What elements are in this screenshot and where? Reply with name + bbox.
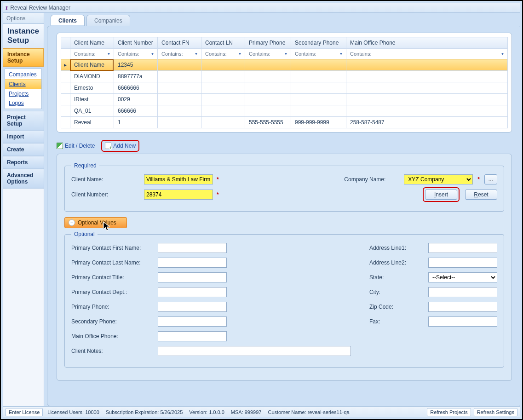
client-number-input[interactable] [144, 190, 213, 200]
required-legend: Required [71, 162, 99, 169]
company-name-label: Company Name: [344, 176, 399, 183]
company-name-select[interactable]: XYZ Company [404, 174, 473, 184]
filter-icon[interactable]: ▾ [108, 51, 110, 56]
a1-input[interactable] [428, 243, 497, 253]
a2-input[interactable] [428, 258, 497, 268]
filter-icon[interactable]: ▾ [151, 51, 154, 56]
sidebar-section-import[interactable]: Import [3, 130, 44, 143]
sidebar-section-instance-setup[interactable]: Instance Setup [3, 48, 44, 67]
table-row[interactable]: Ernesto6666666 [61, 82, 507, 94]
col-contact-fn[interactable]: Contact FN [157, 37, 201, 49]
window-title: Reveal Review Manager [10, 5, 70, 11]
col-contact-ln[interactable]: Contact LN [201, 37, 245, 49]
table-row[interactable]: IRtest0029 [61, 94, 507, 105]
pcd-input[interactable] [158, 287, 227, 297]
mop-input[interactable] [158, 331, 227, 341]
add-new-label: Add New [113, 143, 136, 149]
grid-filter-row[interactable]: Contains:▾ Contains:▾ Contains:▾ Contain… [61, 49, 507, 59]
pcd-label: Primary Contact Dept.: [71, 289, 154, 295]
collapse-icon: − [69, 219, 75, 226]
sidebar-item-clients[interactable]: Clients [5, 79, 41, 89]
table-row[interactable]: DIAMOND8897777a [61, 71, 507, 82]
tab-companies[interactable]: Companies [86, 15, 130, 26]
table-row[interactable]: Reveal1555-555-5555999-999-9999258-587-5… [61, 117, 507, 128]
pct-label: Primary Contact Title: [71, 274, 154, 281]
version-label: Version: 1.0.0.0 [187, 409, 226, 415]
client-name-input[interactable] [144, 174, 213, 184]
company-lookup-button[interactable]: ... [484, 174, 497, 184]
notes-input[interactable] [158, 346, 351, 356]
options-menu[interactable]: Options [3, 13, 44, 24]
title-bar: r Reveal Review Manager [3, 3, 520, 13]
enter-license-button[interactable]: Enter License [6, 408, 43, 416]
status-bar: Enter License Licensed Users: 10000 Subs… [3, 406, 520, 417]
sidebar-item-logos[interactable]: Logos [5, 98, 41, 108]
sidebar-section-advanced-options[interactable]: Advanced Options [3, 169, 44, 188]
insert-button[interactable]: Insert [425, 190, 457, 200]
a1-label: Address Line1: [369, 245, 425, 251]
grid-header-row: Client Name Client Number Contact FN Con… [61, 37, 507, 49]
refresh-settings-button[interactable]: Refresh Settings [474, 408, 517, 416]
client-name-label: Client Name: [71, 176, 140, 183]
refresh-projects-button[interactable]: Refresh Projects [427, 408, 471, 416]
filter-icon[interactable]: ▾ [239, 51, 241, 56]
optional-values-label: Optional Values [78, 219, 116, 226]
tab-pane-clients: Client Name Client Number Contact FN Con… [47, 26, 520, 406]
sidebar-nav-list: Companies Clients Projects Logos [5, 69, 42, 109]
add-client-form: Required Client Name: * Company Name: XY… [57, 154, 512, 381]
filter-icon[interactable]: ▾ [285, 51, 287, 56]
zip-label: Zip Code: [369, 304, 425, 310]
client-number-label: Client Number: [71, 191, 140, 198]
pcfn-input[interactable] [158, 243, 227, 253]
clients-grid-panel: Client Name Client Number Contact FN Con… [57, 33, 512, 132]
pcln-input[interactable] [158, 258, 227, 268]
col-secondary-phone[interactable]: Secondary Phone [291, 37, 346, 49]
sidebar-section-project-setup[interactable]: Project Setup [3, 111, 44, 130]
optional-values-expander[interactable]: − Optional Values [64, 217, 127, 228]
fax-label: Fax: [369, 318, 425, 325]
a2-label: Address Line2: [369, 259, 425, 266]
pcln-label: Primary Contact Last Name: [71, 259, 154, 266]
sidebar-item-projects[interactable]: Projects [5, 89, 41, 98]
zip-input[interactable] [428, 302, 497, 312]
col-client-number[interactable]: Client Number [114, 37, 157, 49]
required-fieldset: Required Client Name: * Company Name: XY… [64, 162, 504, 212]
reset-button[interactable]: Reset [465, 190, 497, 200]
fax-input[interactable] [428, 316, 497, 327]
sidebar-item-companies[interactable]: Companies [5, 70, 41, 79]
filter-icon[interactable]: ▾ [501, 51, 504, 56]
pp-input[interactable] [158, 302, 227, 312]
pp-label: Primary Phone: [71, 304, 154, 310]
subscription-expiration-label: Subscription Expiration: 5/26/2025 [104, 409, 185, 415]
sp-label: Secondary Phone: [71, 318, 154, 325]
city-input[interactable] [428, 287, 497, 297]
sidebar-panel-title: Instance Setup [3, 24, 44, 48]
pcfn-label: Primary Contact First Name: [71, 245, 154, 251]
col-primary-phone[interactable]: Primary Phone [245, 37, 291, 49]
add-new-button[interactable]: Add New [103, 142, 138, 150]
state-select[interactable]: --Select-- [428, 272, 497, 282]
table-row[interactable]: QA_01666666 [61, 105, 507, 117]
edit-delete-label: Edit / Delete [65, 143, 95, 149]
edit-delete-button[interactable]: Edit / Delete [57, 143, 95, 149]
table-row[interactable]: Client Name12345 [61, 59, 507, 71]
main-area: Clients Companies Client Name Clien [44, 13, 520, 406]
customer-name-label: Customer Name: reveal-series11-qa [266, 409, 351, 415]
col-client-name[interactable]: Client Name [70, 37, 114, 49]
tab-clients[interactable]: Clients [51, 15, 85, 26]
grid-actions: Edit / Delete Add New [57, 142, 512, 150]
clients-grid[interactable]: Client Name Client Number Contact FN Con… [61, 37, 508, 128]
state-label: State: [369, 274, 425, 281]
licensed-users-label: Licensed Users: 10000 [46, 409, 101, 415]
city-label: City: [369, 289, 425, 295]
sp-input[interactable] [158, 316, 227, 327]
notes-label: Client Notes: [71, 348, 154, 354]
sidebar-section-reports[interactable]: Reports [3, 156, 44, 169]
add-icon [105, 143, 111, 149]
filter-icon[interactable]: ▾ [195, 51, 197, 56]
col-main-office-phone[interactable]: Main Office Phone [346, 37, 507, 49]
sidebar-section-create[interactable]: Create [3, 143, 44, 156]
optional-legend: Optional [71, 231, 98, 237]
pct-input[interactable] [158, 272, 227, 282]
filter-icon[interactable]: ▾ [340, 51, 342, 56]
